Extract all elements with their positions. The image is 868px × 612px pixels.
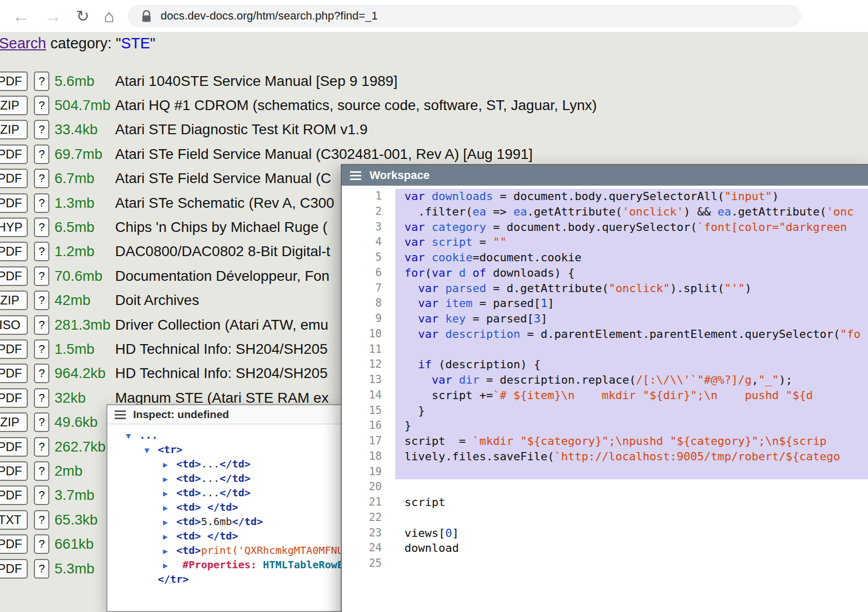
code-token-st: /[:\/\\'`"#@%?]/g bbox=[636, 373, 751, 386]
expand-icon[interactable]: ▶ bbox=[163, 487, 176, 500]
collapse-icon[interactable]: ▼ bbox=[144, 444, 158, 457]
expand-icon[interactable]: ▶ bbox=[163, 559, 176, 572]
code-token-pl: = bbox=[472, 236, 493, 248]
workspace-titlebar[interactable]: Workspace bbox=[342, 165, 868, 186]
file-info-button[interactable]: ? bbox=[34, 291, 49, 310]
code-text bbox=[395, 479, 868, 495]
file-info-button[interactable]: ? bbox=[34, 534, 49, 554]
file-type-badge[interactable]: PDF bbox=[0, 169, 28, 188]
file-info-button[interactable]: ? bbox=[34, 461, 49, 481]
code-line[interactable]: 7 var parsed = d.getAttribute("onclick")… bbox=[342, 281, 868, 296]
file-info-button[interactable]: ? bbox=[34, 120, 49, 139]
code-line[interactable]: 10 var description = d.parentElement.par… bbox=[342, 327, 868, 342]
code-line[interactable]: 18lively.files.saveFile(`http://localhos… bbox=[342, 449, 868, 464]
expand-icon[interactable]: ▶ bbox=[163, 530, 176, 544]
code-token-pl bbox=[466, 266, 472, 279]
code-line[interactable]: 1var downloads = document.body.querySele… bbox=[342, 189, 868, 204]
back-icon[interactable]: ← bbox=[12, 7, 30, 25]
code-line[interactable]: 25 bbox=[342, 556, 868, 571]
code-editor[interactable]: 1var downloads = document.body.querySele… bbox=[342, 186, 868, 612]
file-type-badge[interactable]: PDF bbox=[0, 71, 28, 91]
file-info-button[interactable]: ? bbox=[34, 96, 49, 115]
file-info-button[interactable]: ? bbox=[34, 412, 49, 432]
file-type-badge[interactable]: ZIP bbox=[0, 96, 28, 115]
file-info-button[interactable]: ? bbox=[34, 559, 49, 579]
expand-icon[interactable]: ▶ bbox=[163, 473, 176, 486]
file-info-button[interactable]: ? bbox=[34, 145, 49, 164]
code-line[interactable]: 22 bbox=[342, 510, 868, 526]
code-line[interactable]: 3var category = document.body.querySelec… bbox=[342, 220, 868, 235]
file-info-button[interactable]: ? bbox=[34, 242, 49, 261]
url-bar[interactable]: docs.dev-docs.org/htm/search.php?find=_1 bbox=[128, 5, 801, 27]
code-line[interactable]: 4var script = "" bbox=[342, 235, 868, 250]
file-type-badge[interactable]: PDF bbox=[0, 559, 28, 579]
file-type-badge[interactable]: PDF bbox=[0, 339, 28, 359]
code-line[interactable]: 5var cookie=document.cookie bbox=[342, 250, 868, 265]
file-info-button[interactable]: ? bbox=[34, 339, 49, 359]
file-type-badge[interactable]: TXT bbox=[0, 510, 28, 530]
file-type-badge[interactable]: PDF bbox=[0, 193, 28, 213]
collapse-icon[interactable]: ▼ bbox=[126, 429, 139, 443]
url-text[interactable]: docs.dev-docs.org/htm/search.php?find=_1 bbox=[161, 9, 378, 23]
code-line[interactable]: 23views[0] bbox=[342, 526, 868, 541]
expand-icon[interactable]: ▶ bbox=[163, 458, 176, 472]
file-info-button[interactable]: ? bbox=[34, 388, 49, 408]
file-type-badge[interactable]: ZIP bbox=[0, 291, 28, 310]
code-line[interactable]: 21script bbox=[342, 495, 868, 510]
tree-token bbox=[201, 501, 207, 513]
home-icon[interactable]: ⌂ bbox=[104, 7, 115, 25]
menu-icon[interactable] bbox=[115, 410, 126, 419]
file-type-badge[interactable]: PDF bbox=[0, 437, 28, 457]
code-line[interactable]: 16} bbox=[342, 418, 868, 434]
reload-icon[interactable]: ↻ bbox=[76, 8, 89, 24]
file-info-button[interactable]: ? bbox=[34, 315, 49, 335]
code-line[interactable]: 24download bbox=[342, 541, 868, 556]
open-quote: " bbox=[116, 35, 121, 51]
code-token-kw: var bbox=[432, 373, 452, 386]
code-line[interactable]: 12 if (description) { bbox=[342, 357, 868, 372]
forward-icon[interactable]: → bbox=[44, 7, 62, 25]
file-type-badge[interactable]: PDF bbox=[0, 534, 28, 554]
file-type-badge[interactable]: HYP bbox=[0, 218, 28, 237]
file-info-button[interactable]: ? bbox=[34, 169, 49, 188]
file-type-badge[interactable]: PDF bbox=[0, 364, 28, 383]
file-type-badge[interactable]: PDF bbox=[0, 461, 28, 481]
file-info-button[interactable]: ? bbox=[34, 364, 49, 383]
code-line[interactable]: 8 var item = parsed[1] bbox=[342, 296, 868, 311]
expand-icon[interactable]: ▶ bbox=[163, 501, 176, 515]
file-info-button[interactable]: ? bbox=[34, 485, 49, 505]
file-info-button[interactable]: ? bbox=[34, 510, 49, 530]
file-size: 6.5mb bbox=[54, 219, 115, 236]
file-type-badge[interactable]: PDF bbox=[0, 485, 28, 505]
file-type-badge[interactable]: PDF bbox=[0, 266, 28, 286]
code-line[interactable]: 19 bbox=[342, 464, 868, 480]
code-line[interactable]: 13 var dir = description.replace(/[:\/\\… bbox=[342, 372, 868, 388]
code-line[interactable]: 6for(var d of downloads) { bbox=[342, 265, 868, 281]
file-type-badge[interactable]: ZIP bbox=[0, 412, 28, 432]
file-type-badge[interactable]: PDF bbox=[0, 145, 28, 164]
line-number: 21 bbox=[342, 495, 395, 510]
file-info-button[interactable]: ? bbox=[34, 437, 49, 457]
code-line[interactable]: 2 .filter(ea => ea.getAttribute('onclick… bbox=[342, 204, 868, 220]
file-info-button[interactable]: ? bbox=[34, 218, 49, 237]
search-link[interactable]: Search bbox=[0, 35, 46, 51]
file-type-badge[interactable]: PDF bbox=[0, 242, 28, 261]
file-info-button[interactable]: ? bbox=[34, 71, 49, 91]
file-type-badge[interactable]: ZIP bbox=[0, 120, 28, 139]
file-type-badge[interactable]: PDF bbox=[0, 388, 28, 408]
code-token-pl: } bbox=[404, 419, 411, 432]
code-line[interactable]: 9 var key = parsed[3] bbox=[342, 311, 868, 327]
expand-icon[interactable]: ▶ bbox=[163, 545, 176, 558]
file-type-badge[interactable]: ISO bbox=[0, 315, 28, 335]
code-line[interactable]: 11 bbox=[342, 342, 868, 357]
code-text: } bbox=[395, 403, 868, 419]
menu-icon[interactable] bbox=[350, 171, 361, 180]
expand-icon[interactable]: ▶ bbox=[163, 516, 176, 529]
file-info-button[interactable]: ? bbox=[34, 193, 49, 213]
file-info-button[interactable]: ? bbox=[34, 266, 49, 286]
tree-token: </td> bbox=[219, 487, 250, 499]
code-line[interactable]: 20 bbox=[342, 479, 868, 495]
code-line[interactable]: 17script = `mkdir "${category}";\npushd … bbox=[342, 434, 868, 449]
code-line[interactable]: 14 script +=`# ${item}\n mkdir "${dir}";… bbox=[342, 388, 868, 403]
code-line[interactable]: 15 } bbox=[342, 403, 868, 419]
